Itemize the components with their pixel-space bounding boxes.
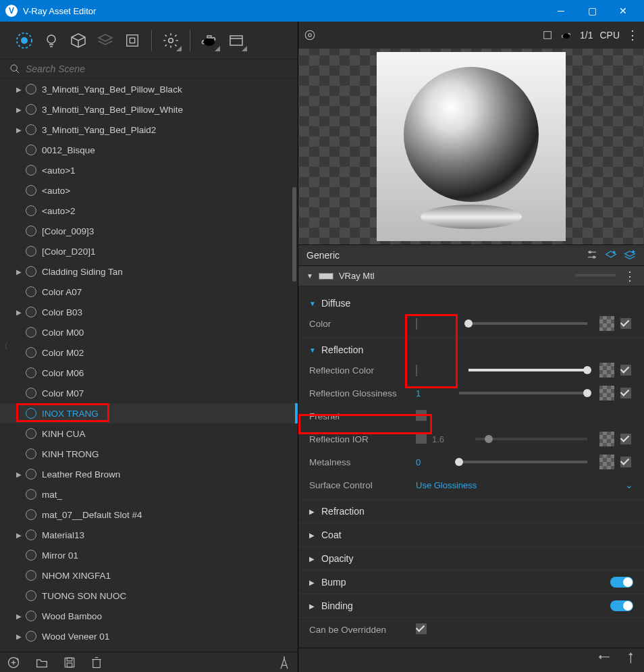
tree-item[interactable]: ▶3_Minotti_Yang_Bed_Pillow_White [0,99,298,120]
material-collapse-icon[interactable]: ▼ [306,272,313,280]
tree-item[interactable]: ▶Color A07 [0,282,298,302]
expand-icon[interactable]: ▶ [15,633,23,640]
tree-item[interactable]: ▶TUONG SON NUOC [0,586,298,606]
group-refraction-header[interactable]: ▶Refraction [309,502,633,520]
group-binding-header[interactable]: ▶Binding [309,597,633,615]
save-icon[interactable] [63,656,76,669]
tree-item[interactable]: ▶Mirror 01 [0,545,298,565]
group-bump-header[interactable]: ▶Bump [309,573,633,591]
tree-item[interactable]: ▶Color M07 [0,383,298,403]
reflection-ior-texture-enable[interactable] [618,432,633,446]
tree-item[interactable]: ▶Material13 [0,525,298,545]
frame-size-icon[interactable] [542,30,553,41]
override-checkbox[interactable] [416,623,427,636]
group-coat-header[interactable]: ▶Coat [309,526,633,544]
search-input[interactable] [26,63,288,74]
tree-item[interactable]: ▶Cladding Siding Tan [0,261,298,282]
tree-item[interactable]: ▶[Color_009]3 [0,221,298,241]
reflection-gloss-texture-button[interactable] [599,386,614,400]
expand-icon[interactable]: ▶ [15,106,23,113]
up-icon[interactable]: ⭡ [625,651,637,665]
material-menu-icon[interactable]: ⋮ [624,269,636,284]
reflection-gloss-texture-enable[interactable] [618,386,633,400]
bump-toggle[interactable] [610,577,633,588]
reflection-texture-enable[interactable] [618,363,633,378]
back-icon[interactable]: ⭠ [598,651,610,665]
layers-tab-icon[interactable] [93,28,117,53]
group-reflection-header[interactable]: ▼ Reflection [309,341,633,359]
tree-item[interactable]: ▶KINH CUA [0,423,298,444]
diffuse-texture-button[interactable] [599,316,614,331]
teapot-small-icon[interactable] [560,30,573,41]
teapot-render-icon[interactable] [197,28,221,53]
reflection-ior-lock[interactable] [416,433,432,446]
preview-ratio[interactable]: 1/1 [580,30,593,41]
material-drag-handle[interactable] [575,274,616,278]
preview-menu-icon[interactable]: ⋮ [626,28,639,43]
expand-icon[interactable]: ▶ [15,86,23,93]
tree-item[interactable]: ▶<auto>2 [0,201,298,221]
purge-icon[interactable] [277,655,291,670]
add-material-icon[interactable] [7,656,20,669]
reflection-ior-slider[interactable] [475,438,587,440]
close-button[interactable]: ✕ [608,0,639,22]
delete-icon[interactable] [90,656,103,669]
reflection-color-slider[interactable] [468,369,587,371]
preview-engine[interactable]: CPU [599,30,620,41]
tree-item[interactable]: ▶3_Minotti_Yang_Bed_Plaid2 [0,120,298,140]
tree-item[interactable]: ▶<auto>1 [0,160,298,180]
diffuse-color-slider[interactable] [468,322,587,325]
materials-tab-icon[interactable] [12,28,36,53]
reflection-gloss-value[interactable]: 1 [416,388,451,398]
metalness-texture-button[interactable] [599,455,614,469]
frame-buffer-icon[interactable] [224,28,248,53]
surface-control-dropdown[interactable]: Use Glossiness [416,480,625,490]
diffuse-color-swatch[interactable] [416,318,417,330]
tree-item[interactable]: ▶[Color_D20]1 [0,241,298,261]
tree-item[interactable]: ▶Color M02 [0,342,298,363]
tree-item[interactable]: ▶INOX TRANG [0,403,298,423]
expand-icon[interactable]: ▶ [15,613,23,620]
add-layer-icon[interactable] [605,249,617,261]
material-tree[interactable]: ▶3_Minotti_Yang_Bed_Pillow_Black▶3_Minot… [0,79,298,652]
group-opacity-header[interactable]: ▶Opacity [309,550,633,567]
reflection-ior-value[interactable]: 1.6 [432,434,467,444]
fresnel-checkbox[interactable] [416,410,427,423]
textures-tab-icon[interactable] [120,28,144,53]
geometry-tab-icon[interactable] [66,28,90,53]
material-header[interactable]: ▼ VRay Mtl ⋮ [298,266,644,286]
metalness-texture-enable[interactable] [618,455,633,469]
diffuse-texture-enable[interactable] [618,316,633,331]
open-folder-icon[interactable] [35,656,49,669]
lights-tab-icon[interactable] [39,28,63,53]
expand-icon[interactable]: ▶ [15,471,23,478]
environment-icon[interactable] [304,29,316,41]
expand-icon[interactable]: ▶ [15,532,23,539]
tree-item[interactable]: ▶Leather Red Brown [0,464,298,484]
add-stack-icon[interactable] [624,249,636,261]
maximize-button[interactable]: ▢ [576,0,608,22]
expand-icon[interactable]: ▶ [15,268,23,276]
expand-icon[interactable]: ▶ [15,309,23,316]
group-diffuse-header[interactable]: ▼ Diffuse [309,294,633,312]
minimize-button[interactable]: ─ [545,0,576,22]
binding-toggle[interactable] [610,600,633,611]
tree-item[interactable]: ▶<auto> [0,180,298,201]
metalness-slider[interactable] [459,461,587,463]
tree-item[interactable]: ▶Wood Bamboo [0,606,298,626]
tree-item[interactable]: ▶mat_ [0,484,298,505]
metalness-value[interactable]: 0 [416,457,451,467]
tree-item[interactable]: ▶3_Minotti_Yang_Bed_Pillow_Black [0,79,298,99]
tree-item[interactable]: ▶NHOM XINGFA1 [0,565,298,586]
reflection-ior-texture-button[interactable] [599,432,614,446]
sliders-icon[interactable] [586,249,598,260]
expand-icon[interactable]: ▶ [15,126,23,134]
settings-icon[interactable] [159,28,183,53]
tree-item[interactable]: ▶Color M00 [0,322,298,342]
tree-item[interactable]: ▶Color M06 [0,363,298,383]
tree-item[interactable]: ▶KINH TRONG [0,444,298,464]
tree-item[interactable]: ▶0012_Bisque [0,140,298,160]
tree-item[interactable]: ▶mat_07__Default Slot #4 [0,505,298,525]
tree-item[interactable]: ▶Color B03 [0,302,298,322]
reflection-texture-button[interactable] [599,363,614,378]
